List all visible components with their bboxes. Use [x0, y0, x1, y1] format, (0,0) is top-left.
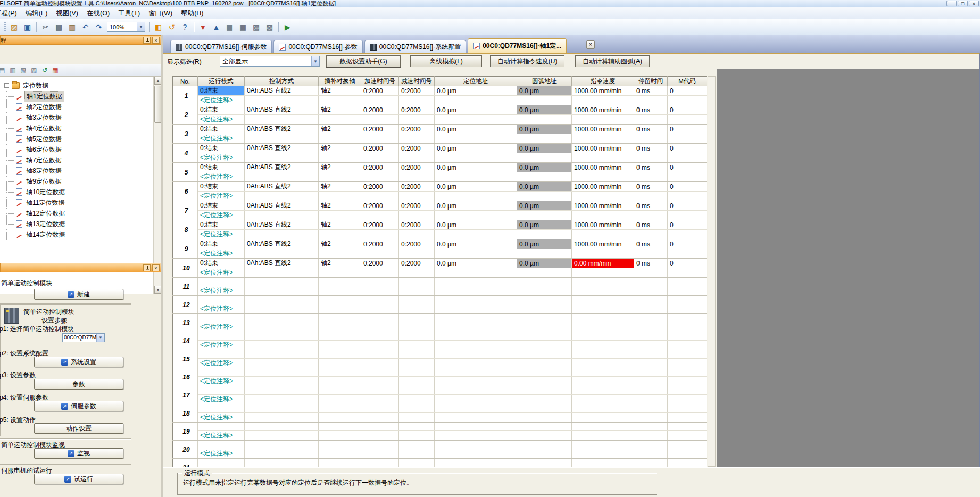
display-filter-select[interactable]: 全部显示 ▼	[220, 56, 320, 67]
cell-empty[interactable]	[517, 192, 572, 201]
cell-addr[interactable]	[435, 350, 517, 359]
cell-speed[interactable]	[572, 332, 634, 341]
cell-mode[interactable]: 0:结束	[198, 201, 245, 211]
cell-empty[interactable]	[319, 359, 361, 368]
cell-addr[interactable]: 0.0 µm	[435, 201, 517, 211]
cell-empty[interactable]	[634, 211, 668, 220]
cell-m[interactable]: 0	[668, 220, 707, 230]
cell-empty[interactable]	[245, 211, 319, 220]
cell-axis[interactable]	[319, 296, 361, 304]
cell-empty[interactable]	[245, 413, 319, 423]
cell-empty[interactable]	[245, 96, 319, 105]
cell-empty[interactable]	[572, 230, 634, 239]
cell-ctrl[interactable]	[245, 314, 319, 322]
cell-empty[interactable]	[435, 192, 517, 201]
cell-dwell[interactable]: 0 ms	[634, 144, 668, 153]
cell-acc[interactable]: 0:2000	[361, 105, 399, 115]
cell-m[interactable]	[668, 441, 707, 449]
cell-empty[interactable]	[399, 449, 435, 459]
cell-empty[interactable]	[517, 96, 572, 105]
cell-empty[interactable]	[572, 211, 634, 220]
cell-arc[interactable]	[517, 314, 572, 322]
menu-工程(P)[interactable]: 工程(P)	[0, 7, 21, 19]
flowchart-icon[interactable]: ◧	[152, 21, 164, 33]
cell-empty[interactable]	[634, 192, 668, 201]
cell-empty[interactable]	[435, 153, 517, 163]
cell-m[interactable]: 0	[668, 182, 707, 192]
tree-root-item[interactable]: -定位数据	[0, 80, 153, 91]
cell-comment[interactable]: <定位注释>	[198, 304, 245, 314]
cell-empty[interactable]	[245, 341, 319, 350]
cell-empty[interactable]	[572, 322, 634, 332]
cell-dec[interactable]	[399, 314, 435, 322]
cell-mode[interactable]	[198, 459, 245, 467]
chevron-down-icon[interactable]: ▼	[137, 22, 145, 31]
cell-empty[interactable]	[634, 268, 668, 278]
cell-empty[interactable]	[399, 286, 435, 296]
cell-empty[interactable]	[572, 96, 634, 105]
cell-ctrl[interactable]: 0Ah:ABS 直线2	[245, 86, 319, 96]
cell-arc[interactable]	[517, 441, 572, 449]
tree-item-轴3定位数据[interactable]: 轴3定位数据	[0, 112, 153, 123]
cell-mode[interactable]: 0:结束	[198, 259, 245, 268]
cell-empty[interactable]	[572, 377, 634, 386]
cell-empty[interactable]	[572, 268, 634, 278]
cell-empty[interactable]	[245, 134, 319, 144]
redo-icon[interactable]: ↷	[93, 21, 105, 33]
cell-empty[interactable]	[435, 96, 517, 105]
cell-ctrl[interactable]: 0Ah:ABS 直线2	[245, 220, 319, 230]
cell-arc[interactable]: 0.0 µm	[517, 163, 572, 172]
cell-empty[interactable]	[517, 377, 572, 386]
cell-addr[interactable]	[435, 441, 517, 449]
cell-axis[interactable]	[319, 314, 361, 322]
cell-dec[interactable]: 0:2000	[399, 259, 435, 268]
cell-empty[interactable]	[435, 115, 517, 125]
cell-addr[interactable]	[435, 296, 517, 304]
cell-addr[interactable]: 0.0 µm	[435, 125, 517, 134]
cell-empty[interactable]	[435, 249, 517, 259]
cell-mode[interactable]	[198, 386, 245, 395]
cell-empty[interactable]	[245, 192, 319, 201]
cell-empty[interactable]	[572, 153, 634, 163]
cell-empty[interactable]	[361, 377, 399, 386]
cell-dec[interactable]	[399, 423, 435, 431]
cell-dec[interactable]: 0:2000	[399, 239, 435, 249]
cell-mode[interactable]	[198, 278, 245, 286]
cell-axis[interactable]	[319, 332, 361, 341]
cell-empty[interactable]	[634, 230, 668, 239]
cell-m[interactable]: 0	[668, 86, 707, 96]
cell-acc[interactable]: 0:2000	[361, 125, 399, 134]
cell-comment[interactable]: <定位注释>	[198, 153, 245, 163]
cell-empty[interactable]	[399, 377, 435, 386]
cell-speed[interactable]	[572, 296, 634, 304]
cell-empty[interactable]	[517, 115, 572, 125]
cell-dec[interactable]	[399, 350, 435, 359]
menu-在线(O)[interactable]: 在线(O)	[82, 7, 114, 19]
cell-empty[interactable]	[517, 268, 572, 278]
cell-empty[interactable]	[634, 322, 668, 332]
cell-empty[interactable]	[572, 249, 634, 259]
cell-addr[interactable]: 0.0 µm	[435, 220, 517, 230]
cell-dwell[interactable]	[634, 332, 668, 341]
module-icon[interactable]: ▦	[50, 65, 61, 76]
maximize-button[interactable]: □	[958, 1, 968, 6]
cell-empty[interactable]	[435, 431, 517, 441]
cell-ctrl[interactable]	[245, 404, 319, 413]
cell-empty[interactable]	[668, 395, 707, 404]
cell-mode[interactable]: 0:结束	[198, 163, 245, 172]
action-settings-button[interactable]: 动作设置	[34, 423, 123, 434]
system-settings-button[interactable]: ↗ 系统设置	[34, 357, 123, 367]
cell-dec[interactable]	[399, 278, 435, 286]
cell-dwell[interactable]	[634, 296, 668, 304]
cell-empty[interactable]	[319, 249, 361, 259]
cell-empty[interactable]	[517, 431, 572, 441]
cell-empty[interactable]	[361, 322, 399, 332]
cell-speed[interactable]: 1000.00 mm/min	[572, 220, 634, 230]
cell-acc[interactable]	[361, 350, 399, 359]
cell-speed[interactable]: 1000.00 mm/min	[572, 86, 634, 96]
cell-ctrl[interactable]: 0Ah:ABS 直线2	[245, 259, 319, 268]
cell-speed[interactable]: 1000.00 mm/min	[572, 125, 634, 134]
cell-arc[interactable]	[517, 296, 572, 304]
cell-comment[interactable]: <定位注释>	[198, 286, 245, 296]
monitor-button[interactable]: ↗ 监视	[34, 448, 123, 459]
